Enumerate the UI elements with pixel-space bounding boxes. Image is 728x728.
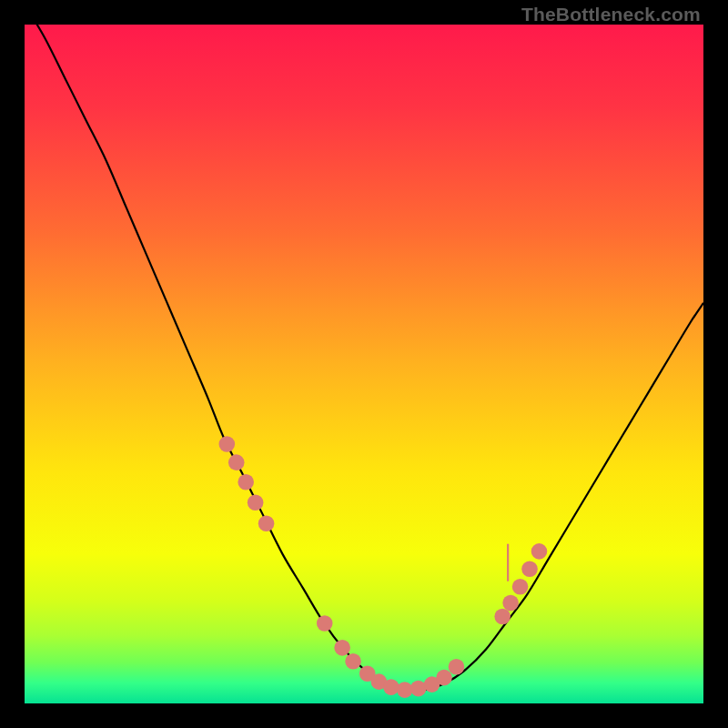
- marker-dot: [410, 681, 427, 697]
- chart-svg: [25, 25, 703, 703]
- marker-dot: [521, 561, 538, 577]
- chart-frame: TheBottleneck.com: [0, 0, 728, 728]
- marker-dot: [494, 609, 511, 625]
- marker-dot: [531, 543, 548, 560]
- marker-dot: [345, 653, 361, 670]
- marker-dot: [238, 474, 254, 490]
- marker-dot: [383, 679, 399, 695]
- highlight-markers: [219, 436, 548, 698]
- marker-dot: [436, 670, 452, 686]
- marker-dot: [449, 659, 465, 675]
- marker-dot: [502, 595, 519, 612]
- plot-area: [25, 25, 703, 703]
- marker-dot: [219, 436, 236, 452]
- marker-dot: [317, 615, 333, 632]
- marker-dot: [512, 579, 529, 595]
- marker-dot: [397, 682, 413, 698]
- bottleneck-curve: [25, 25, 703, 691]
- marker-dot: [248, 494, 264, 511]
- marker-dot: [258, 516, 275, 532]
- marker-dot: [228, 454, 245, 470]
- watermark-label: TheBottleneck.com: [521, 4, 701, 25]
- marker-dot: [334, 640, 350, 656]
